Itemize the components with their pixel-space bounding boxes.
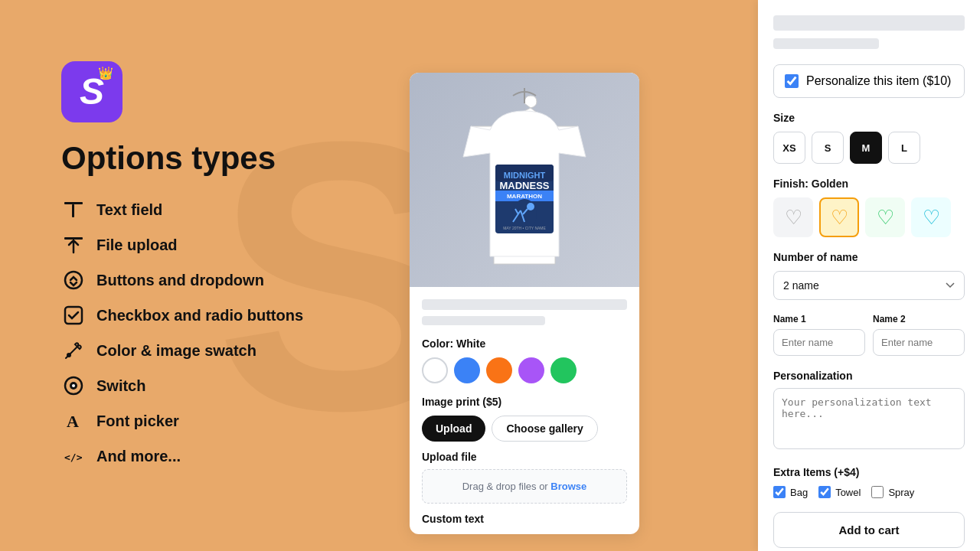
image-print-buttons: Upload Choose gallery (422, 416, 627, 442)
size-xs[interactable]: XS (773, 132, 805, 164)
personalize-checkbox-label[interactable]: Personalize this item ($10) (773, 64, 965, 98)
left-panel: 👑 S Options types Text field File upload (61, 61, 390, 468)
svg-text:MAY 20TH • CITY NAME: MAY 20TH • CITY NAME (503, 226, 546, 230)
add-to-cart-button[interactable]: Add to cart (773, 512, 965, 548)
name1-label: Name 1 (773, 314, 865, 324)
font-picker-icon: A (61, 409, 86, 433)
heart-teal-icon: ♡ (923, 206, 940, 230)
personalize-checkbox-text: Personalize this item ($10) (806, 74, 951, 88)
svg-text:MADNESS: MADNESS (499, 180, 549, 191)
color-swatch-icon (61, 338, 86, 363)
feature-item-more: </> And more... (61, 444, 390, 468)
feature-label-switch: Switch (96, 377, 145, 395)
product-name-placeholder (422, 299, 627, 310)
extra-towel-label: Towel (835, 487, 861, 498)
logo: 👑 S (61, 61, 122, 122)
custom-text-section: Custom text (410, 513, 639, 534)
feature-label-font-picker: Font picker (96, 412, 179, 430)
swatch-orange[interactable] (486, 357, 512, 383)
heart-golden-icon: ♡ (831, 206, 848, 230)
name1-col: Name 1 (773, 314, 865, 356)
product-card: MIDNIGHT MADNESS MARATHON MAY 20TH • CIT… (410, 73, 639, 534)
extra-checkboxes: Bag Towel Spray (773, 486, 965, 498)
svg-point-17 (512, 199, 537, 230)
feature-item-switch: Switch (61, 373, 390, 398)
feature-label-color-swatch: Color & image swatch (96, 342, 256, 360)
finish-swatch-teal[interactable]: ♡ (911, 197, 951, 237)
choose-gallery-button[interactable]: Choose gallery (492, 416, 597, 442)
extra-bag-label: Bag (790, 487, 808, 498)
browse-link[interactable]: Browse (550, 481, 586, 492)
extra-bag-input[interactable] (773, 486, 786, 498)
extra-items-section: Extra Items (+$4) Bag Towel Spray (773, 466, 965, 498)
extra-spray[interactable]: Spray (871, 486, 914, 498)
dropdown-icon (61, 268, 86, 292)
feature-item-file-upload: File upload (61, 233, 390, 257)
personalization-textarea[interactable] (773, 388, 965, 449)
extra-towel-input[interactable] (818, 486, 831, 498)
size-s[interactable]: S (812, 132, 844, 164)
svg-rect-4 (65, 307, 82, 324)
svg-rect-1 (72, 204, 74, 217)
text-field-icon (61, 197, 86, 222)
image-print-section: Image print ($5) Upload Choose gallery (410, 396, 639, 451)
personalize-checkbox-input[interactable] (785, 74, 799, 88)
finish-swatch-silver[interactable]: ♡ (773, 197, 813, 237)
extra-towel[interactable]: Towel (818, 486, 861, 498)
swatch-white[interactable] (422, 357, 448, 383)
swatch-blue[interactable] (454, 357, 480, 383)
finish-swatch-golden[interactable]: ♡ (819, 197, 859, 237)
size-section-label: Size (773, 112, 965, 124)
switch-icon (61, 373, 86, 398)
name2-label: Name 2 (873, 314, 965, 324)
number-section: Number of name 1 name 2 name 3 name (773, 251, 965, 300)
name2-col: Name 2 (873, 314, 965, 356)
finish-label: Finish: Golden (773, 178, 965, 190)
feature-item-text-field: Text field (61, 197, 390, 222)
svg-point-8 (72, 384, 75, 387)
extra-spray-input[interactable] (871, 486, 884, 498)
upload-dropzone[interactable]: Drag & drop files or Browse (422, 469, 627, 504)
finish-swatch-green[interactable]: ♡ (865, 197, 905, 237)
upload-section: Upload file Drag & drop files or Browse (410, 451, 639, 513)
extra-spray-label: Spray (888, 487, 914, 498)
size-l[interactable]: L (888, 132, 920, 164)
number-select[interactable]: 1 name 2 name 3 name (773, 271, 965, 300)
right-top-placeholder-1 (773, 15, 965, 31)
color-swatches (422, 357, 627, 383)
feature-label-checkbox-radio: Checkbox and radio buttons (96, 307, 303, 324)
product-price-placeholder (422, 316, 545, 325)
name-row: Name 1 Name 2 (773, 314, 965, 356)
swatch-green[interactable] (550, 357, 577, 383)
name2-input[interactable] (873, 329, 965, 356)
image-print-label: Image print ($5) (422, 396, 627, 408)
extra-items-label: Extra Items (+$4) (773, 466, 965, 478)
swatch-purple[interactable] (518, 357, 544, 383)
feature-item-checkbox-radio: Checkbox and radio buttons (61, 303, 390, 328)
dropzone-text: Drag & drop files or (462, 481, 548, 492)
heart-green-icon: ♡ (877, 206, 894, 230)
extra-bag[interactable]: Bag (773, 486, 808, 498)
feature-item-font-picker: A Font picker (61, 409, 390, 433)
svg-text:</>: </> (64, 452, 83, 463)
upload-button[interactable]: Upload (422, 416, 485, 442)
personalization-label: Personalization (773, 370, 965, 382)
feature-label-buttons-dropdown: Buttons and dropdown (96, 272, 264, 289)
svg-text:MARATHON: MARATHON (507, 193, 542, 200)
feature-label-text-field: Text field (96, 201, 162, 219)
feature-item-color-swatch: Color & image swatch (61, 338, 390, 363)
svg-rect-0 (64, 202, 83, 204)
size-m[interactable]: M (850, 132, 882, 164)
finish-swatches: ♡ ♡ ♡ ♡ (773, 197, 965, 237)
feature-label-more: And more... (96, 448, 181, 465)
color-label: Color: White (422, 337, 627, 350)
number-label: Number of name (773, 251, 965, 263)
size-buttons: XS S M L (773, 132, 965, 164)
svg-text:A: A (67, 412, 79, 431)
feature-item-buttons-dropdown: Buttons and dropdown (61, 268, 390, 292)
feature-label-file-upload: File upload (96, 236, 178, 254)
more-icon: </> (61, 444, 86, 468)
name1-input[interactable] (773, 329, 865, 356)
svg-point-5 (67, 353, 71, 357)
file-upload-icon (61, 233, 86, 257)
